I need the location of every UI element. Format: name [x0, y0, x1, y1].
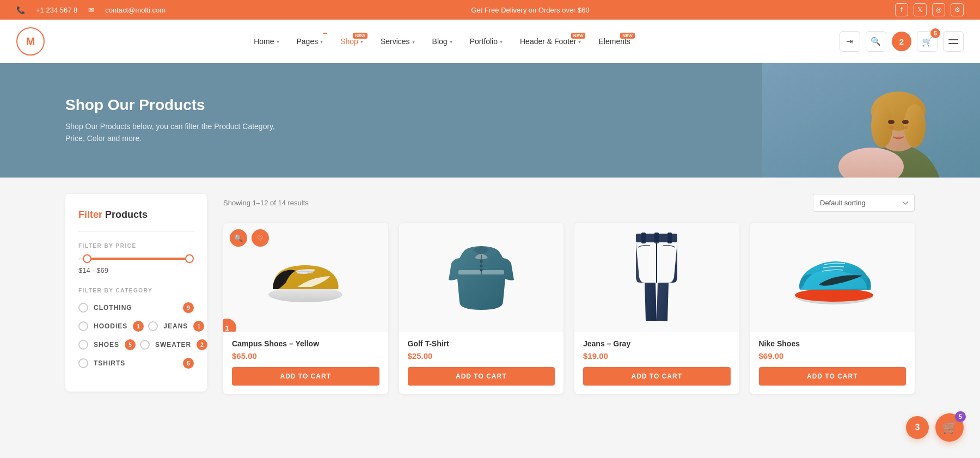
cart-count: 5 [930, 28, 940, 38]
add-to-cart-btn-1[interactable]: ADD TO CART [232, 367, 379, 386]
price-range-thumb-left[interactable] [83, 254, 91, 263]
nav-item-portfolio[interactable]: Portfolio ▾ [462, 32, 510, 51]
cat-radio-clothing[interactable] [78, 303, 88, 313]
chevron-blog: ▾ [450, 39, 452, 45]
add-to-cart-btn-3[interactable]: ADD TO CART [583, 367, 731, 386]
nav-badge-elements: NEW [620, 33, 635, 39]
product-image-4 [750, 223, 915, 332]
cart-button[interactable]: 🛒 5 [917, 31, 938, 52]
cat-label-jeans: JEANS [163, 322, 188, 330]
add-to-cart-btn-4[interactable]: ADD TO CART [759, 367, 906, 386]
svg-line-15 [297, 273, 313, 273]
nav-item-header-footer[interactable]: NEW Header & Footer ▾ [512, 32, 589, 51]
nav-item-blog[interactable]: Blog ▾ [425, 32, 460, 51]
product-actions-1: 🔍 ♡ [230, 229, 269, 247]
facebook-icon[interactable]: f [895, 3, 908, 16]
cat-count-shoes: 5 [125, 339, 136, 350]
nav-item-shop[interactable]: NEW Shop ▾ [333, 32, 371, 51]
floating-cart-count: 5 [955, 411, 966, 422]
hero-woman-svg [762, 63, 980, 178]
svg-point-10 [903, 126, 908, 129]
nav-item-elements[interactable]: NEW Elements [591, 32, 638, 51]
navbar: M Home ▾ Pages ▾ NEW Shop ▾ Services ▾ B… [0, 20, 980, 63]
price-range-track[interactable] [78, 258, 194, 260]
nav-item-services[interactable]: Services ▾ [373, 32, 422, 51]
svg-point-11 [888, 120, 895, 124]
nav-item-pages[interactable]: Pages ▾ [289, 32, 331, 51]
nav-menu: Home ▾ Pages ▾ NEW Shop ▾ Services ▾ Blo… [246, 32, 638, 51]
nav-badge-header: NEW [571, 33, 586, 39]
nav-label-portfolio: Portfolio [470, 37, 498, 46]
nav-label-home: Home [254, 37, 274, 46]
search-button[interactable]: 🔍 [866, 31, 886, 52]
cat-label-sweater: SWEATER [155, 341, 191, 349]
instagram-icon[interactable]: ◎ [932, 3, 945, 16]
login-button[interactable]: ⇥ [840, 31, 860, 52]
cat-radio-shoes[interactable] [78, 340, 88, 350]
svg-point-13 [268, 287, 342, 302]
hamburger-menu[interactable] [943, 31, 964, 52]
price-range-fill [84, 258, 192, 260]
nike-svg-4 [786, 247, 879, 307]
category-item-sweater[interactable]: SWEATER 2 [140, 339, 207, 350]
cat-radio-tshirts[interactable] [78, 358, 88, 368]
svg-line-14 [297, 271, 314, 272]
product-info-3: Jeans – Gray $19.00 ADD TO CART [574, 332, 739, 394]
wishlist-product-1[interactable]: ♡ [252, 229, 269, 247]
sort-select[interactable]: Default sorting Sort by popularity Sort … [813, 194, 915, 212]
cat-count-clothing: 9 [183, 302, 194, 313]
cat-radio-jeans[interactable] [148, 321, 158, 331]
product-card-1: 🔍 ♡ [223, 223, 388, 394]
cat-radio-sweater[interactable] [140, 340, 150, 350]
main-content: Filter Products FILTER BY PRICE $14 - $6… [0, 178, 980, 450]
category-item-jeans[interactable]: JEANS 1 [148, 321, 204, 332]
product-card-2: Golf T-Shirt $25.00 ADD TO CART [399, 223, 564, 394]
cat-label-clothing: CLOTHING [94, 304, 177, 312]
user-avatar[interactable]: 2 [892, 32, 911, 51]
category-item-clothing[interactable]: CLOTHING 9 [78, 302, 194, 313]
cat-radio-hoodies[interactable] [78, 321, 88, 331]
product-card-3: Jeans – Gray $19.00 ADD TO CART [574, 223, 739, 394]
svg-point-7 [871, 104, 893, 148]
product-price-4: $69.00 [759, 351, 906, 361]
price-filter-label: FILTER BY PRICE [78, 243, 194, 249]
category-item-shoes[interactable]: SHOES 5 [78, 339, 136, 350]
category-item-hoodies[interactable]: HOODIES 1 [78, 321, 144, 332]
nav-item-home[interactable]: Home ▾ [246, 32, 286, 51]
product-card-4: Nike Shoes $69.00 ADD TO CART [750, 223, 915, 394]
floating-user-btn[interactable]: 3 [906, 416, 929, 439]
filter-title-highlight: Filter [78, 209, 102, 220]
cat-label-tshirts: TSHIRTS [94, 359, 177, 367]
search-product-1[interactable]: 🔍 [230, 229, 247, 247]
product-price-2: $25.00 [408, 351, 555, 361]
category-item-tshirts[interactable]: TSHIRTS 5 [78, 358, 194, 369]
settings-icon[interactable]: ⚙ [951, 3, 964, 16]
hero-title: Shop Our Products [65, 96, 283, 114]
cat-label-hoodies: HOODIES [94, 322, 127, 330]
svg-point-20 [480, 269, 482, 272]
add-to-cart-btn-2[interactable]: ADD TO CART [408, 367, 555, 386]
chevron-pages: ▾ [320, 39, 323, 45]
svg-point-12 [902, 120, 909, 124]
nav-logo[interactable]: M [16, 27, 45, 56]
email-address: contact@molti.com [105, 6, 166, 14]
nav-actions: ⇥ 🔍 2 🛒 5 [840, 31, 964, 52]
cat-count-jeans: 1 [193, 321, 204, 332]
twitter-icon[interactable]: 𝕏 [914, 3, 927, 16]
svg-point-27 [795, 289, 873, 302]
chevron-shop: ▾ [360, 39, 363, 45]
product-info-4: Nike Shoes $69.00 ADD TO CART [750, 332, 915, 394]
product-badge-1: 1 [223, 319, 236, 332]
cat-count-tshirts: 5 [183, 358, 194, 369]
price-range-thumb-right[interactable] [185, 254, 194, 263]
nav-badge-shop: NEW [353, 33, 367, 39]
shirt-svg-2 [443, 231, 519, 323]
cat-count-sweater: 2 [197, 339, 207, 350]
top-bar: 📞 +1 234 567 8 ✉ contact@molti.com Get F… [0, 0, 980, 20]
floating-cart-btn[interactable]: 🛒 5 [935, 413, 964, 442]
phone-icon: 📞 [16, 6, 25, 14]
product-image-2 [399, 223, 564, 332]
product-area: Showing 1–12 of 14 results Default sorti… [223, 194, 915, 433]
nav-label-pages: Pages [297, 37, 318, 46]
svg-point-19 [480, 265, 482, 267]
